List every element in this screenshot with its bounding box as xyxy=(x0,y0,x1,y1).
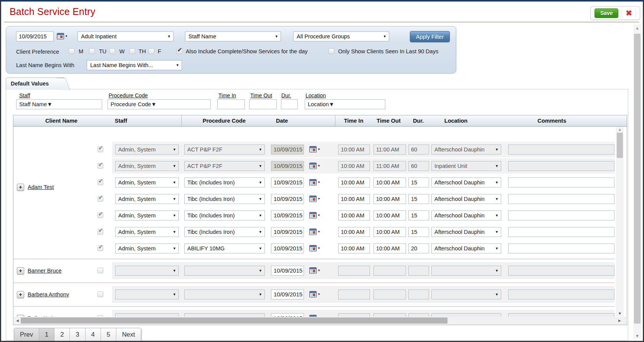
comments-input[interactable] xyxy=(508,194,614,204)
duration-input[interactable]: 20 xyxy=(408,243,429,253)
staff-select[interactable]: ▼ xyxy=(115,266,179,276)
date-input[interactable]: 10/09/2015 xyxy=(271,161,304,171)
scroll-down-icon[interactable]: ▼ xyxy=(633,334,641,338)
time-in-input[interactable]: 10:00 AM xyxy=(338,178,370,187)
pagination-page-5[interactable]: 5 xyxy=(101,328,116,341)
staff-select[interactable]: Admin, System▼ xyxy=(115,145,179,155)
table-vertical-scrollbar[interactable]: ▲ ▼ xyxy=(616,127,624,316)
apply-filter-button[interactable]: Apply Filter xyxy=(410,31,450,42)
comments-input[interactable] xyxy=(508,289,614,299)
day-checkbox-tuesday[interactable] xyxy=(89,48,95,54)
time-in-input[interactable]: 10:00 AM xyxy=(338,227,370,237)
defaults-procedure-select[interactable]: Procedure Code▼ xyxy=(107,99,211,109)
duration-input[interactable] xyxy=(408,313,429,317)
comments-input[interactable] xyxy=(508,227,614,237)
time-out-input[interactable] xyxy=(373,266,406,276)
time-out-input[interactable]: 10:00 AM xyxy=(373,243,406,253)
duration-input[interactable]: 60 xyxy=(408,145,429,155)
scroll-left-icon[interactable]: ◄ xyxy=(15,317,20,325)
procedure-select[interactable]: ▼ xyxy=(184,313,265,317)
scroll-right-icon[interactable]: ► xyxy=(618,317,622,325)
service-checkbox[interactable]: ✔ xyxy=(97,146,103,152)
staff-select[interactable]: Admin, System▼ xyxy=(115,194,179,204)
calendar-button[interactable]: ▼ xyxy=(309,267,320,274)
date-input[interactable]: 10/09/2015 xyxy=(271,194,304,204)
defaults-time-out-input[interactable] xyxy=(249,99,277,109)
duration-input[interactable]: 15 xyxy=(408,194,429,204)
staff-select[interactable]: ▼ xyxy=(115,289,179,299)
page-vertical-scrollbar[interactable]: ▲ ▼ xyxy=(633,25,641,339)
service-checkbox[interactable]: ✔ xyxy=(97,229,103,235)
time-out-input[interactable]: 10:00 AM xyxy=(373,227,406,237)
staff-select[interactable]: Admin, System▼ xyxy=(115,178,179,187)
time-out-input[interactable]: 10:00 AM xyxy=(373,178,406,187)
service-checkbox[interactable]: ✔ xyxy=(97,212,103,218)
location-select[interactable]: Afterschool Dauphin▼ xyxy=(431,243,501,253)
staff-select[interactable]: Admin, System▼ xyxy=(115,210,179,220)
procedure-select[interactable]: ABILIFY 10MG▼ xyxy=(184,243,265,253)
time-out-input[interactable]: 11:00 AM xyxy=(373,145,406,155)
time-in-input[interactable]: 10:00 AM xyxy=(338,243,370,253)
location-select[interactable]: ▼ xyxy=(431,266,501,276)
horizontal-scroll-thumb[interactable] xyxy=(21,317,447,324)
time-in-input[interactable]: 10:00 AM xyxy=(338,145,370,155)
save-button[interactable]: Save xyxy=(594,8,618,18)
pagination-prev-button[interactable]: Prev xyxy=(14,328,39,341)
time-out-input[interactable]: 10:00 AM xyxy=(373,210,406,220)
staff-select[interactable]: Admin, System▼ xyxy=(115,227,179,237)
include-complete-checkbox[interactable]: ✔ xyxy=(177,48,182,54)
procedure-select[interactable]: ACT P&P F2F▼ xyxy=(184,145,265,155)
date-calendar-button[interactable]: ▼ xyxy=(57,33,68,39)
time-in-input[interactable] xyxy=(338,313,370,317)
time-out-input[interactable] xyxy=(373,313,406,317)
calendar-button[interactable]: ▼ xyxy=(309,291,320,298)
procedure-select[interactable]: Tibc (Includes Iron)▼ xyxy=(184,194,265,204)
defaults-time-in-input[interactable] xyxy=(217,99,245,109)
procedure-select[interactable]: Tibc (Includes Iron)▼ xyxy=(184,227,265,237)
service-checkbox[interactable]: ✔ xyxy=(97,179,103,185)
pagination-next-button[interactable]: Next xyxy=(116,328,141,341)
service-checkbox[interactable] xyxy=(97,291,103,297)
location-select[interactable]: Inpatient Unit▼ xyxy=(431,161,501,171)
date-input[interactable]: 10/09/2015 xyxy=(271,178,304,187)
scroll-down-icon[interactable]: ▼ xyxy=(616,311,624,316)
day-checkbox-wednesday[interactable] xyxy=(109,48,115,54)
location-select[interactable]: Afterschool Dauphin▼ xyxy=(431,145,501,155)
date-input[interactable]: 10/09/2015 xyxy=(271,145,304,155)
service-checkbox[interactable]: ✔ xyxy=(97,196,103,202)
last-name-select[interactable]: Last Name Begins With...▼ xyxy=(87,60,182,70)
close-icon[interactable]: ✖ xyxy=(626,9,632,17)
staff-select[interactable]: ▼ xyxy=(115,313,179,317)
pagination-page-1[interactable]: 1 xyxy=(39,328,54,341)
procedure-select[interactable]: ACT P&P F2F▼ xyxy=(184,161,265,171)
last-90-days-checkbox[interactable] xyxy=(329,48,334,54)
service-checkbox[interactable] xyxy=(97,268,103,273)
time-out-input[interactable] xyxy=(373,289,406,299)
time-out-input[interactable]: 10:00 AM xyxy=(373,194,406,204)
calendar-button[interactable]: ▼ xyxy=(309,229,320,235)
day-checkbox-monday[interactable] xyxy=(69,48,74,54)
duration-input[interactable] xyxy=(408,289,429,299)
procedure-select[interactable]: Tibc (Includes Iron)▼ xyxy=(184,178,265,187)
time-in-input[interactable]: 10:00 AM xyxy=(338,194,370,204)
comments-input[interactable] xyxy=(508,178,614,187)
time-in-input[interactable] xyxy=(338,266,370,276)
pagination-page-4[interactable]: 4 xyxy=(86,328,101,341)
procedure-select[interactable]: Tibc (Includes Iron)▼ xyxy=(184,210,265,220)
comments-input[interactable] xyxy=(508,161,614,171)
date-input[interactable]: 10/09/2015 xyxy=(271,210,304,220)
table-horizontal-scrollbar[interactable]: ◄ ► xyxy=(14,317,626,325)
service-date-input[interactable] xyxy=(16,31,54,41)
day-checkbox-friday[interactable] xyxy=(149,48,154,54)
scroll-up-icon[interactable]: ▲ xyxy=(616,127,624,132)
procedure-select[interactable]: ▼ xyxy=(184,289,265,299)
defaults-staff-select[interactable]: Staff Name▼ xyxy=(16,99,102,109)
procedure-select[interactable]: ▼ xyxy=(184,266,265,276)
calendar-button[interactable]: ▼ xyxy=(309,179,320,186)
duration-input[interactable]: 15 xyxy=(408,227,429,237)
calendar-button[interactable]: ▼ xyxy=(309,163,320,169)
staff-select[interactable]: Admin, System▼ xyxy=(115,161,179,171)
duration-input[interactable]: 60 xyxy=(408,161,429,171)
comments-input[interactable] xyxy=(508,145,614,155)
time-in-input[interactable]: 10:00 AM xyxy=(338,161,370,171)
